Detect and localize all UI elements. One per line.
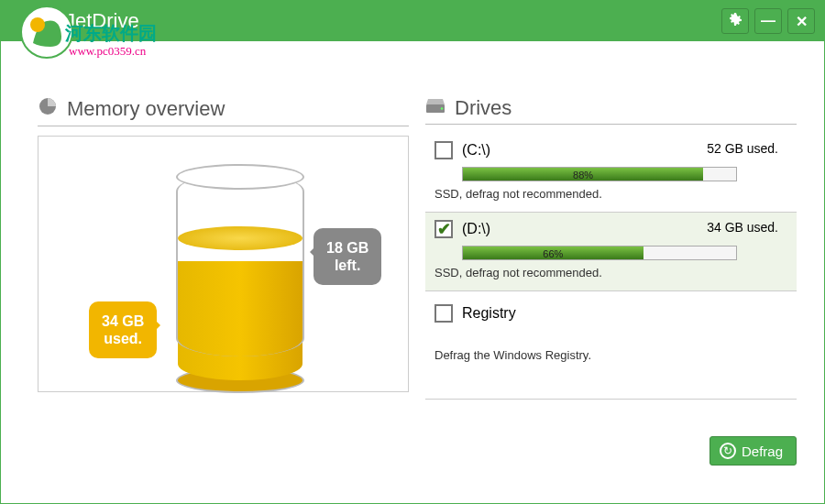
drive-c-note: SSD, defrag not recommended. (434, 187, 787, 201)
drives-column: Drives (C:\) 52 GB used. 88% SSD, defrag… (425, 96, 797, 400)
drive-c-checkbox[interactable] (434, 141, 453, 159)
registry-checkbox[interactable] (434, 304, 453, 323)
drive-c-letter: (C:\) (462, 142, 490, 159)
settings-button[interactable] (721, 8, 749, 34)
minimize-icon: — (761, 13, 776, 29)
main-content: Memory overview 34 GB used. 18 GB left. (1, 41, 824, 418)
minimize-button[interactable]: — (754, 8, 782, 34)
drive-icon (425, 96, 446, 120)
defrag-button-label: Defrag (742, 444, 783, 459)
gear-icon (728, 12, 742, 30)
memory-used-bubble: 34 GB used. (89, 301, 157, 358)
pie-icon (38, 96, 58, 122)
drives-section-header: Drives (425, 96, 797, 125)
watermark: 河东软件园 www.pc0359.cn (65, 21, 157, 59)
drive-d-progressbar: 66% (462, 246, 737, 260)
drive-d-percent: 66% (543, 247, 563, 261)
memory-column: Memory overview 34 GB used. 18 GB left. (38, 96, 409, 400)
memory-section-header: Memory overview (38, 96, 409, 126)
registry-row[interactable]: Registry Defrag the Windows Registry. (425, 291, 797, 400)
drive-d-note: SSD, defrag not recommended. (434, 266, 787, 279)
drive-d-letter: (D:\) (462, 221, 490, 237)
close-button[interactable]: ✕ (787, 8, 815, 34)
memory-cylinder (176, 173, 304, 375)
drive-c-used: 52 GB used. (707, 141, 778, 156)
registry-note: Defrag the Windows Registry. (434, 348, 787, 362)
drive-d-checkbox[interactable]: ✔ (434, 220, 453, 238)
title-bar: 河东软件园 www.pc0359.cn JetDrive — ✕ (1, 1, 824, 41)
footer: ↻ Defrag (1, 418, 824, 475)
drive-c-progressbar: 88% (462, 167, 737, 181)
window-buttons: — ✕ (721, 8, 815, 34)
memory-free-bubble: 18 GB left. (314, 228, 381, 285)
memory-free-value: 18 GB (326, 240, 368, 256)
drives-section-title: Drives (455, 96, 512, 120)
registry-label: Registry (462, 305, 516, 322)
close-icon: ✕ (796, 13, 808, 30)
drive-row-c[interactable]: (C:\) 52 GB used. 88% SSD, defrag not re… (425, 134, 797, 213)
watermark-text: 河东软件园 (65, 23, 157, 43)
memory-panel: 34 GB used. 18 GB left. (38, 136, 409, 392)
memory-used-value: 34 GB (102, 313, 144, 329)
memory-used-label: used. (104, 331, 142, 346)
memory-section-title: Memory overview (67, 97, 225, 121)
drive-row-d[interactable]: ✔ (D:\) 34 GB used. 66% SSD, defrag not … (425, 213, 797, 291)
svg-point-1 (30, 17, 45, 32)
defrag-button[interactable]: ↻ Defrag (710, 436, 797, 466)
drive-c-percent: 88% (573, 168, 593, 182)
drive-d-used: 34 GB used. (707, 220, 778, 235)
refresh-icon: ↻ (720, 443, 736, 459)
watermark-url: www.pc0359.cn (69, 44, 157, 59)
memory-free-label: left. (335, 257, 360, 273)
svg-point-4 (441, 107, 444, 110)
